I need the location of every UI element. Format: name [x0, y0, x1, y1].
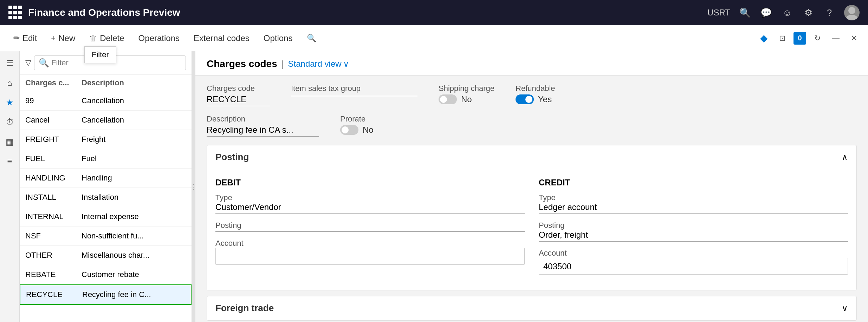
diamond-icon[interactable]: ◆ — [757, 31, 771, 45]
new-button[interactable]: + New — [45, 30, 82, 47]
shipping-charge-field: Shipping charge No — [439, 84, 494, 106]
row-code: INSTALL — [25, 193, 82, 202]
debit-header: DEBIT — [215, 178, 525, 188]
credit-posting-value[interactable]: Order, freight — [539, 230, 848, 242]
posting-section-header[interactable]: Posting ∧ — [207, 145, 856, 169]
external-codes-button[interactable]: External codes — [187, 30, 256, 47]
search-input[interactable] — [51, 58, 181, 67]
main-layout: ☰ ⌂ ★ ⏱ ▦ ≡ ▽ 🔍 Charges c... Description… — [0, 51, 868, 322]
top-fields-row: Charges code RECYCLE Item sales tax grou… — [207, 84, 857, 106]
list-row[interactable]: RECYCLERecycling fee in C... — [20, 284, 192, 305]
debit-posting-value[interactable] — [215, 230, 525, 232]
list-row[interactable]: NSFNon-sufficient fu... — [20, 226, 192, 246]
title-bar: Finance and Operations Preview USRT 🔍 💬 … — [0, 0, 868, 25]
refundable-field: Refundable Yes — [516, 84, 555, 106]
shipping-charge-toggle[interactable] — [439, 94, 457, 104]
row-description: Cancellation — [82, 96, 186, 105]
list-row[interactable]: INTERNALInternal expense — [20, 207, 192, 226]
edit-icon: ✏ — [13, 34, 20, 43]
nav-calendar[interactable]: ▦ — [2, 134, 18, 150]
description-label: Description — [207, 114, 319, 124]
list-row[interactable]: INSTALLInstallation — [20, 188, 192, 207]
prorate-toggle-label: No — [363, 125, 374, 135]
debit-account-field: Account — [215, 239, 525, 265]
apps-grid-icon[interactable] — [8, 6, 22, 20]
user-avatar[interactable] — [844, 5, 860, 20]
refundable-toggle[interactable] — [516, 94, 534, 104]
help-icon[interactable]: ? — [823, 6, 836, 19]
list-row[interactable]: FREIGHTFreight — [20, 130, 192, 149]
row-code: FUEL — [25, 154, 82, 163]
delete-button[interactable]: 🗑 Delete — [83, 30, 130, 47]
prorate-label: Prorate — [340, 114, 374, 124]
credit-type-label: Type — [539, 193, 848, 202]
row-description: Miscellanous char... — [82, 251, 186, 260]
prorate-toggle-row: No — [340, 125, 374, 135]
debit-type-value[interactable]: Customer/Vendor — [215, 202, 525, 214]
notification-icon[interactable]: 0 — [793, 32, 806, 45]
credit-account-value[interactable]: 403500 — [539, 258, 848, 275]
refresh-icon[interactable]: ↻ — [810, 31, 824, 45]
command-bar: ✏ Edit + New 🗑 Delete Operations Externa… — [0, 25, 868, 51]
debit-type-field: Type Customer/Vendor — [215, 193, 525, 214]
row-description: Non-sufficient fu... — [82, 231, 186, 241]
nav-hamburger[interactable]: ☰ — [2, 55, 18, 71]
minimize-icon[interactable]: — — [829, 31, 843, 45]
close-icon[interactable]: ✕ — [847, 31, 861, 45]
nav-list[interactable]: ≡ — [2, 154, 18, 169]
charges-code-value[interactable]: RECYCLE — [207, 94, 270, 106]
svg-point-1 — [846, 15, 857, 20]
row-code: Cancel — [25, 116, 82, 125]
col-header-desc: Description — [82, 78, 186, 87]
username-label: USRT — [707, 8, 730, 18]
refundable-label: Refundable — [516, 84, 555, 93]
list-row[interactable]: 99Cancellation — [20, 91, 192, 111]
options-button[interactable]: Options — [257, 30, 299, 47]
chat-icon[interactable]: 💬 — [760, 6, 772, 19]
list-row[interactable]: HANDLINGHandling — [20, 169, 192, 188]
col-header-code: Charges c... — [25, 78, 82, 87]
row-description: Installation — [82, 193, 186, 202]
detail-panel: Charges codes | Standard view ∨ Charges … — [195, 51, 868, 322]
posting-collapse-icon: ∧ — [842, 152, 848, 162]
nav-home[interactable]: ⌂ — [2, 75, 18, 91]
list-row[interactable]: CancelCancellation — [20, 111, 192, 130]
prorate-toggle[interactable] — [340, 125, 358, 135]
debit-account-input[interactable] — [215, 248, 525, 265]
layout-icon[interactable]: ⊡ — [775, 31, 789, 45]
credit-type-value[interactable]: Ledger account — [539, 202, 848, 214]
panel-splitter[interactable]: ⋮ — [192, 51, 195, 322]
foreign-trade-section-header[interactable]: Foreign trade ∨ — [207, 296, 856, 320]
item-sales-tax-value[interactable] — [291, 94, 417, 96]
row-description: Internal expense — [82, 212, 186, 221]
emoji-icon[interactable]: ☺ — [781, 6, 793, 19]
title-bar-right: USRT 🔍 💬 ☺ ⚙ ? — [707, 5, 860, 20]
item-sales-tax-label: Item sales tax group — [291, 84, 417, 93]
nav-star[interactable]: ★ — [2, 95, 18, 110]
edit-button[interactable]: ✏ Edit — [7, 30, 43, 47]
list-row[interactable]: REBATECustomer rebate — [20, 265, 192, 284]
nav-recent[interactable]: ⏱ — [2, 114, 18, 130]
list-row[interactable]: OTHERMiscellanous char... — [20, 246, 192, 265]
charges-code-field: Charges code RECYCLE — [207, 84, 270, 106]
row-description: Cancellation — [82, 116, 186, 125]
list-row[interactable]: FUELFuel — [20, 149, 192, 169]
row-code: HANDLING — [25, 173, 82, 183]
credit-posting-field: Posting Order, freight — [539, 221, 848, 242]
shipping-charge-toggle-label: No — [461, 94, 472, 104]
credit-account-field: Account 403500 — [539, 249, 848, 275]
description-value[interactable]: Recycling fee in CA s... — [207, 125, 319, 137]
standard-view-dropdown[interactable]: Standard view ∨ — [288, 59, 349, 69]
row-code: FREIGHT — [25, 135, 82, 144]
posting-two-col: DEBIT Type Customer/Vendor Posting Accou… — [215, 178, 848, 282]
operations-button[interactable]: Operations — [132, 30, 186, 47]
detail-content: Charges code RECYCLE Item sales tax grou… — [195, 75, 868, 322]
search-cmd-button[interactable]: 🔍 — [300, 30, 323, 46]
list-body: 99CancellationCancelCancellationFREIGHTF… — [20, 91, 192, 322]
row-code: 99 — [25, 96, 82, 105]
posting-section-body: DEBIT Type Customer/Vendor Posting Accou… — [207, 169, 856, 290]
settings-icon[interactable]: ⚙ — [802, 6, 815, 19]
delete-icon: 🗑 — [89, 34, 97, 43]
search-icon[interactable]: 🔍 — [739, 6, 751, 19]
debit-posting-field: Posting — [215, 221, 525, 232]
